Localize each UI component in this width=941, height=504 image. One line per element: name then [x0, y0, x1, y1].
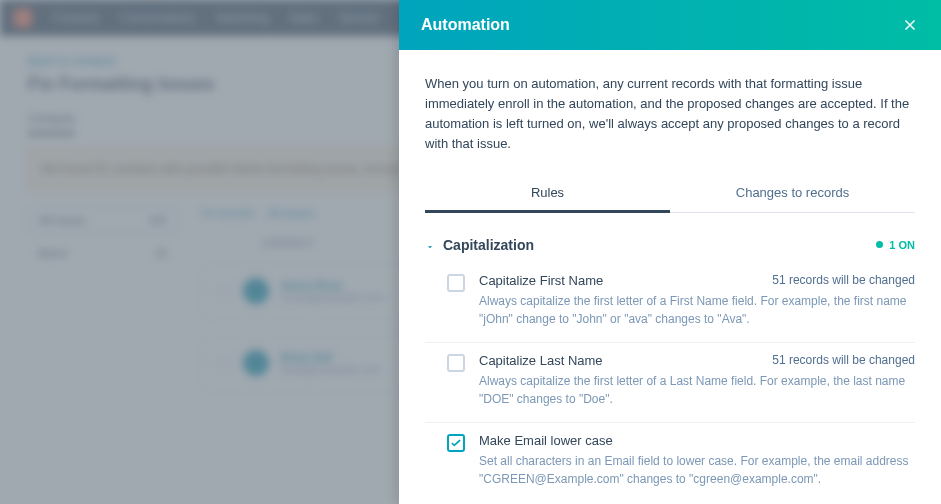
section-header-capitalization[interactable]: Capitalization 1 ON — [425, 231, 915, 263]
chevron-down-icon — [425, 240, 435, 250]
tab-rules[interactable]: Rules — [425, 175, 670, 213]
checkbox-email-lowercase[interactable] — [447, 434, 465, 452]
automation-panel: Automation When you turn on automation, … — [399, 0, 941, 504]
rule-capitalize-first-name: Capitalize First Name 51 records will be… — [425, 263, 915, 343]
checkbox-capitalize-first-name[interactable] — [447, 274, 465, 292]
rule-name: Capitalize First Name — [479, 273, 603, 288]
rule-description: Set all characters in an Email field to … — [479, 452, 915, 488]
rule-name: Capitalize Last Name — [479, 353, 603, 368]
tab-changes[interactable]: Changes to records — [670, 175, 915, 212]
rule-capitalize-last-name: Capitalize Last Name 51 records will be … — [425, 343, 915, 423]
panel-header: Automation — [399, 0, 941, 50]
rule-email-lowercase: Make Email lower case Set all characters… — [425, 423, 915, 502]
status-badge-on: 1 ON — [876, 239, 915, 251]
rule-count: 51 records will be changed — [772, 273, 915, 287]
section-title: Capitalization — [443, 237, 534, 253]
intro-text: When you turn on automation, any current… — [425, 74, 915, 155]
status-dot-icon — [876, 241, 883, 248]
rule-description: Always capitalize the first letter of a … — [479, 292, 915, 328]
rule-count: 51 records will be changed — [772, 353, 915, 367]
checkbox-capitalize-last-name[interactable] — [447, 354, 465, 372]
close-icon[interactable] — [901, 16, 919, 34]
rule-name: Make Email lower case — [479, 433, 613, 448]
tabs: Rules Changes to records — [425, 175, 915, 213]
rule-description: Always capitalize the first letter of a … — [479, 372, 915, 408]
section-capitalization: Capitalization 1 ON Capitalize First Nam… — [425, 231, 915, 502]
panel-title: Automation — [421, 16, 510, 34]
panel-body: When you turn on automation, any current… — [399, 50, 941, 504]
